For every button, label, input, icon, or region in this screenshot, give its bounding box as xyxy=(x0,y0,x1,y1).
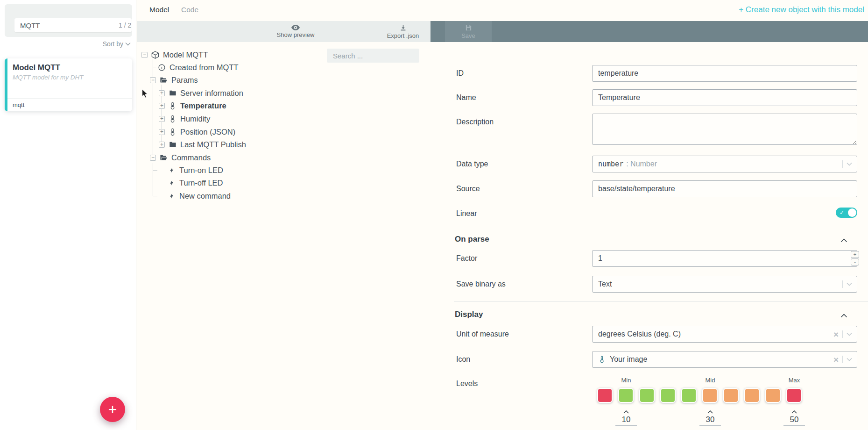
name-input[interactable] xyxy=(592,89,857,106)
name-label: Name xyxy=(456,93,476,102)
source-input[interactable] xyxy=(592,180,857,197)
tree-node-temperature[interactable]: Temperature xyxy=(159,100,226,111)
collapse-icon[interactable] xyxy=(150,155,156,161)
sidebar-search-container: 1 / 2 xyxy=(5,4,132,37)
sort-by-label: Sort by xyxy=(103,40,123,48)
add-model-button[interactable]: + xyxy=(100,397,125,422)
level-swatch[interactable] xyxy=(681,388,697,403)
tree-connector-stub xyxy=(153,196,157,196)
level-swatch[interactable] xyxy=(723,388,739,403)
tree-search-input[interactable] xyxy=(327,49,419,63)
sidebar: 1 / 2 Sort by Model MQTT MQTT model for … xyxy=(0,0,136,430)
tree-node-humidity[interactable]: Humidity xyxy=(159,113,210,124)
tree-connector-stub xyxy=(153,67,156,67)
cube-icon xyxy=(151,50,160,59)
open-folder-icon xyxy=(159,153,168,162)
model-card[interactable]: Model MQTT MQTT model for my DHT mqtt xyxy=(5,58,132,111)
tree-node-model-root[interactable]: Model MQTT xyxy=(141,49,208,60)
export-json-button[interactable]: Export .json xyxy=(380,21,426,42)
sidebar-search-input[interactable] xyxy=(14,22,119,29)
factor-label: Factor xyxy=(456,254,477,263)
data-type-select[interactable]: number : Number xyxy=(592,156,857,172)
select-divider xyxy=(842,280,843,288)
increment-button[interactable]: + xyxy=(851,251,859,258)
lightning-icon xyxy=(167,179,176,187)
tree-node-position-json[interactable]: Position (JSON) xyxy=(159,126,235,137)
level-swatch[interactable] xyxy=(597,388,613,403)
tree-node-label: New command xyxy=(179,192,231,201)
level-swatch[interactable] xyxy=(786,388,802,403)
tree-node-turn-off-led[interactable]: Turn-off LED xyxy=(167,177,223,188)
app-root: 1 / 2 Sort by Model MQTT MQTT model for … xyxy=(0,0,868,430)
save-binary-as-select[interactable]: Text xyxy=(592,276,857,293)
level-swatch[interactable] xyxy=(702,388,718,403)
collapse-section-button[interactable] xyxy=(840,311,847,320)
level-swatch[interactable] xyxy=(639,388,655,403)
chevron-down-icon xyxy=(125,42,131,46)
linear-toggle[interactable]: ✓ xyxy=(836,208,857,218)
tree-node-label: Created from MQTT xyxy=(169,63,239,72)
data-type-suffix: : Number xyxy=(626,160,657,168)
level-min-value-input[interactable] xyxy=(615,414,637,426)
info-icon xyxy=(157,63,166,72)
tree-connector-stub xyxy=(153,183,157,183)
unit-of-measure-label: Unit of measure xyxy=(456,330,509,338)
lightning-icon xyxy=(167,166,176,175)
icon-select[interactable]: Your image × xyxy=(592,351,857,368)
levels-min-label: Min xyxy=(621,377,631,384)
select-divider xyxy=(842,356,843,363)
tree-node-server-information[interactable]: Server information xyxy=(159,87,243,99)
chevron-down-icon xyxy=(847,282,852,286)
icon-label: Icon xyxy=(456,355,470,364)
level-swatch[interactable] xyxy=(744,388,760,403)
tree-node-params[interactable]: Params xyxy=(150,74,198,86)
tab-code[interactable]: Code xyxy=(181,6,198,14)
level-swatch[interactable] xyxy=(765,388,781,403)
source-label: Source xyxy=(456,185,480,193)
chevron-down-icon xyxy=(847,332,852,336)
show-preview-button[interactable]: Show preview xyxy=(272,21,319,42)
create-object-link[interactable]: + Create new object with this model xyxy=(739,5,864,14)
tree-node-label: Turn-off LED xyxy=(179,179,223,187)
sort-by-dropdown[interactable]: Sort by xyxy=(103,40,131,48)
expand-icon[interactable] xyxy=(159,129,165,135)
tree-node-created-from[interactable]: Created from MQTT xyxy=(157,62,239,73)
level-mid-value-input[interactable] xyxy=(699,414,721,426)
model-card-tag: mqtt xyxy=(7,98,132,111)
tree-node-last-mqtt-publish[interactable]: Last MQTT Publish xyxy=(159,139,246,150)
clear-icon[interactable]: × xyxy=(833,330,839,339)
save-button-label: Save xyxy=(461,32,475,39)
expand-icon[interactable] xyxy=(159,142,165,148)
tree-node-label: Params xyxy=(171,76,198,85)
save-button[interactable]: Save xyxy=(445,21,492,42)
data-type-label: Data type xyxy=(456,160,488,168)
tree-node-commands[interactable]: Commands xyxy=(150,152,211,163)
expand-icon[interactable] xyxy=(159,103,165,109)
property-form-panel: ID Name Description Data type number : N… xyxy=(430,42,868,430)
tab-model[interactable]: Model xyxy=(149,6,169,14)
level-max-value-input[interactable] xyxy=(783,414,805,426)
tree-node-label: Commands xyxy=(171,153,211,162)
clear-icon[interactable]: × xyxy=(833,355,839,364)
tree-node-label: Turn-on LED xyxy=(179,166,223,175)
save-binary-as-label: Save binary as xyxy=(456,280,506,288)
tree-node-new-command[interactable]: New command xyxy=(167,190,231,201)
thermometer-icon xyxy=(168,115,177,123)
factor-input[interactable] xyxy=(592,250,857,267)
chevron-down-icon xyxy=(847,162,852,166)
description-textarea[interactable] xyxy=(592,114,857,145)
level-swatch[interactable] xyxy=(618,388,634,403)
collapse-icon[interactable] xyxy=(150,77,156,83)
topbar: Model Code + Create new object with this… xyxy=(137,0,868,21)
model-card-title: Model MQTT xyxy=(13,63,60,72)
collapse-section-button[interactable] xyxy=(840,236,847,244)
toggle-knob xyxy=(848,208,856,217)
level-swatch[interactable] xyxy=(660,388,676,403)
unit-of-measure-select[interactable]: degrees Celsius (deg. C) × xyxy=(592,326,857,343)
expand-icon[interactable] xyxy=(159,116,165,122)
collapse-icon[interactable] xyxy=(141,52,148,58)
tree-node-turn-on-led[interactable]: Turn-on LED xyxy=(167,165,223,176)
expand-icon[interactable] xyxy=(159,90,165,96)
decrement-button[interactable]: - xyxy=(851,258,859,265)
id-input[interactable] xyxy=(592,65,857,82)
